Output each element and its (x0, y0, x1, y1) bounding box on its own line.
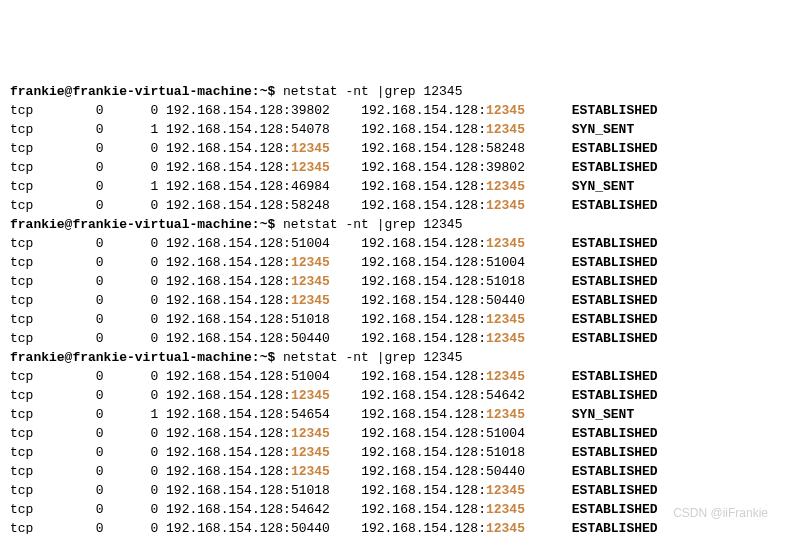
local-port: 12345 (291, 141, 330, 156)
local-ip: 192.168.154.128: (166, 483, 291, 498)
col-gap (525, 388, 572, 403)
col-gap (525, 521, 572, 534)
foreign-port: 50440 (486, 464, 525, 479)
proto-cell: tcp (10, 198, 96, 213)
netstat-row: tcp 0 0 192.168.154.128:12345 192.168.15… (10, 291, 776, 310)
sendq-cell: 0 (104, 502, 166, 517)
proto-cell: tcp (10, 236, 96, 251)
state-cell: ESTABLISHED (572, 274, 658, 289)
col-gap (330, 312, 361, 327)
netstat-row: tcp 0 0 192.168.154.128:54642 192.168.15… (10, 500, 776, 519)
recvq-cell: 0 (96, 521, 104, 534)
local-port: 39802 (291, 103, 330, 118)
col-gap (525, 445, 572, 460)
foreign-port: 12345 (486, 312, 525, 327)
proto-cell: tcp (10, 103, 96, 118)
foreign-ip: 192.168.154.128: (361, 103, 486, 118)
col-gap (525, 502, 572, 517)
local-ip: 192.168.154.128: (166, 122, 291, 137)
col-gap (330, 179, 361, 194)
foreign-port: 51018 (486, 445, 525, 460)
proto-cell: tcp (10, 502, 96, 517)
col-gap (330, 426, 361, 441)
terminal-output[interactable]: frankie@frankie-virtual-machine:~$ netst… (10, 82, 776, 534)
recvq-cell: 0 (96, 122, 104, 137)
recvq-cell: 0 (96, 502, 104, 517)
col-gap (330, 274, 361, 289)
recvq-cell: 0 (96, 426, 104, 441)
netstat-row: tcp 0 0 192.168.154.128:12345 192.168.15… (10, 253, 776, 272)
foreign-port: 39802 (486, 160, 525, 175)
recvq-cell: 0 (96, 236, 104, 251)
recvq-cell: 0 (96, 388, 104, 403)
foreign-ip: 192.168.154.128: (361, 445, 486, 460)
netstat-row: tcp 0 0 192.168.154.128:58248 192.168.15… (10, 196, 776, 215)
netstat-row: tcp 0 0 192.168.154.128:50440 192.168.15… (10, 329, 776, 348)
col-gap (330, 369, 361, 384)
prompt-line[interactable]: frankie@frankie-virtual-machine:~$ netst… (10, 82, 776, 101)
recvq-cell: 0 (96, 198, 104, 213)
local-port: 12345 (291, 274, 330, 289)
sendq-cell: 0 (104, 274, 166, 289)
netstat-row: tcp 0 0 192.168.154.128:12345 192.168.15… (10, 462, 776, 481)
proto-cell: tcp (10, 293, 96, 308)
foreign-port: 12345 (486, 407, 525, 422)
col-gap (525, 464, 572, 479)
local-ip: 192.168.154.128: (166, 141, 291, 156)
local-port: 54654 (291, 407, 330, 422)
foreign-ip: 192.168.154.128: (361, 521, 486, 534)
sendq-cell: 0 (104, 369, 166, 384)
local-ip: 192.168.154.128: (166, 521, 291, 534)
foreign-port: 51018 (486, 274, 525, 289)
state-cell: SYN_SENT (572, 179, 634, 194)
sendq-cell: 0 (104, 293, 166, 308)
foreign-ip: 192.168.154.128: (361, 141, 486, 156)
foreign-port: 12345 (486, 521, 525, 534)
local-port: 12345 (291, 293, 330, 308)
foreign-ip: 192.168.154.128: (361, 122, 486, 137)
prompt-line[interactable]: frankie@frankie-virtual-machine:~$ netst… (10, 215, 776, 234)
foreign-ip: 192.168.154.128: (361, 426, 486, 441)
proto-cell: tcp (10, 331, 96, 346)
foreign-ip: 192.168.154.128: (361, 179, 486, 194)
local-port: 12345 (291, 388, 330, 403)
foreign-port: 12345 (486, 198, 525, 213)
state-cell: ESTABLISHED (572, 388, 658, 403)
netstat-row: tcp 0 1 192.168.154.128:46984 192.168.15… (10, 177, 776, 196)
sendq-cell: 0 (104, 255, 166, 270)
proto-cell: tcp (10, 521, 96, 534)
prompt-line[interactable]: frankie@frankie-virtual-machine:~$ netst… (10, 348, 776, 367)
local-ip: 192.168.154.128: (166, 407, 291, 422)
recvq-cell: 0 (96, 293, 104, 308)
foreign-port: 12345 (486, 122, 525, 137)
local-ip: 192.168.154.128: (166, 369, 291, 384)
foreign-ip: 192.168.154.128: (361, 198, 486, 213)
foreign-ip: 192.168.154.128: (361, 160, 486, 175)
foreign-ip: 192.168.154.128: (361, 293, 486, 308)
state-cell: ESTABLISHED (572, 502, 658, 517)
state-cell: ESTABLISHED (572, 331, 658, 346)
netstat-row: tcp 0 0 192.168.154.128:51018 192.168.15… (10, 481, 776, 500)
col-gap (525, 103, 572, 118)
proto-cell: tcp (10, 274, 96, 289)
foreign-ip: 192.168.154.128: (361, 483, 486, 498)
sendq-cell: 0 (104, 141, 166, 156)
sendq-cell: 0 (104, 312, 166, 327)
col-gap (330, 483, 361, 498)
sendq-cell: 0 (104, 521, 166, 534)
foreign-ip: 192.168.154.128: (361, 274, 486, 289)
col-gap (330, 407, 361, 422)
col-gap (330, 160, 361, 175)
local-ip: 192.168.154.128: (166, 388, 291, 403)
netstat-row: tcp 0 0 192.168.154.128:12345 192.168.15… (10, 386, 776, 405)
local-port: 12345 (291, 445, 330, 460)
foreign-ip: 192.168.154.128: (361, 312, 486, 327)
local-ip: 192.168.154.128: (166, 160, 291, 175)
col-gap (525, 369, 572, 384)
sendq-cell: 0 (104, 198, 166, 213)
netstat-row: tcp 0 0 192.168.154.128:51004 192.168.15… (10, 234, 776, 253)
col-gap (330, 464, 361, 479)
col-gap (330, 141, 361, 156)
netstat-row: tcp 0 0 192.168.154.128:12345 192.168.15… (10, 443, 776, 462)
state-cell: ESTABLISHED (572, 483, 658, 498)
